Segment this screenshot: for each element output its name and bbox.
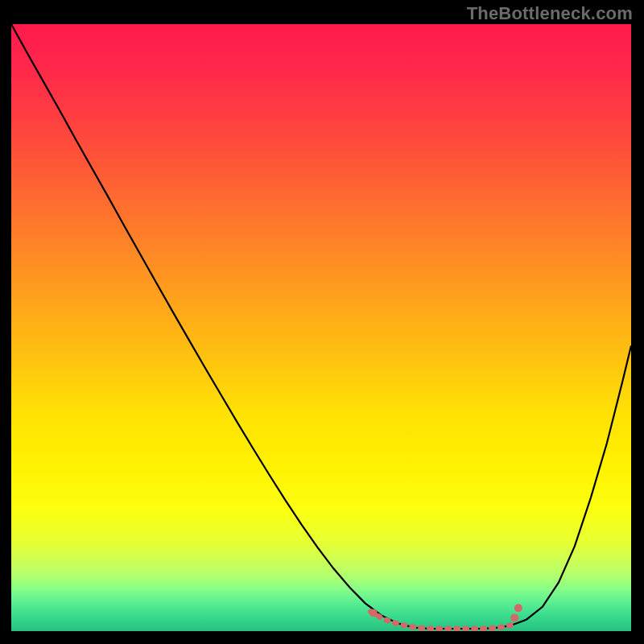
watermark-text: TheBottleneck.com — [467, 3, 633, 24]
chart-container: TheBottleneck.com — [0, 0, 644, 644]
plot-background — [11, 24, 631, 631]
